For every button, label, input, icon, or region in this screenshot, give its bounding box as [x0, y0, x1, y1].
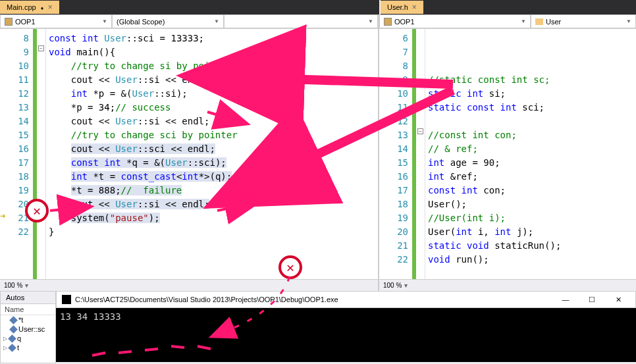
- tab-main-cpp[interactable]: Main.cpp ⬧ ×: [0, 1, 59, 14]
- right-editor-pane: OOP1 ▼ User ▼ 67891011121314151617181920…: [379, 14, 636, 291]
- chevron-down-icon: ▼: [214, 18, 219, 24]
- line-gutter: 678910111213141516171819202122: [379, 29, 412, 279]
- left-editor-pane: OOP1 ▼ (Global Scope) ▼ ▼ 89101112131415…: [0, 14, 379, 291]
- close-icon[interactable]: ×: [48, 3, 53, 12]
- zoom-arrows-icon[interactable]: ▾: [404, 282, 408, 289]
- scope-dropdown[interactable]: (Global Scope) ▼: [112, 14, 224, 28]
- project-icon: [5, 18, 13, 26]
- autos-row[interactable]: User::sc: [1, 325, 55, 334]
- tab-label: User.h: [387, 3, 408, 11]
- autos-header-name[interactable]: Name: [1, 304, 55, 315]
- tab-bar-right: User.h ×: [381, 0, 636, 14]
- code-text[interactable]: const int User::sci = 13333;void main(){…: [46, 29, 378, 279]
- console-icon: [62, 295, 71, 304]
- error-marker-icon: ✕: [25, 199, 49, 222]
- class-icon: [535, 18, 543, 25]
- member-dropdown[interactable]: ▼: [224, 14, 378, 28]
- zoom-row: 100 % ▾: [0, 279, 378, 291]
- console-title-text: C:\Users\ACT25\Documents\Visual Studio 2…: [75, 296, 338, 303]
- maximize-button[interactable]: ☐: [580, 294, 604, 305]
- project-icon: [384, 18, 392, 26]
- collapse-bar[interactable]: −: [416, 29, 425, 279]
- error-marker-icon: ✕: [278, 255, 302, 279]
- chevron-down-icon: ▼: [521, 18, 526, 24]
- console-panel: C:\Users\ACT25\Documents\Visual Studio 2…: [56, 291, 636, 363]
- class-dropdown[interactable]: User ▼: [531, 14, 636, 28]
- code-area-left[interactable]: 8910111213141516171819202122 − const int…: [0, 29, 378, 279]
- code-text[interactable]: //static const int sc;static int si;stat…: [425, 29, 636, 279]
- collapse-bar[interactable]: −: [37, 29, 46, 279]
- chevron-down-icon: ▼: [102, 18, 107, 24]
- minimize-button[interactable]: —: [554, 294, 577, 305]
- tab-bar-left: Main.cpp ⬧ ×: [0, 0, 379, 14]
- tab-label: Main.cpp: [7, 3, 36, 11]
- editor-area: OOP1 ▼ (Global Scope) ▼ ▼ 89101112131415…: [0, 14, 636, 291]
- bottom-panels: Autos Name *tUser::sc▷q▷t C:\Users\ACT25…: [0, 291, 636, 363]
- project-dropdown[interactable]: OOP1 ▼: [0, 14, 112, 28]
- dropdown-row: OOP1 ▼ (Global Scope) ▼ ▼: [0, 14, 378, 29]
- zoom-arrows-icon[interactable]: ▾: [25, 282, 28, 289]
- code-area-right[interactable]: 678910111213141516171819202122 − //stati…: [379, 29, 636, 279]
- chevron-down-icon: ▼: [626, 18, 631, 24]
- project-dropdown[interactable]: OOP1 ▼: [379, 14, 531, 28]
- console-titlebar: C:\Users\ACT25\Documents\Visual Studio 2…: [56, 291, 636, 308]
- zoom-row: 100 % ▾: [379, 279, 636, 291]
- autos-row[interactable]: *t: [1, 315, 55, 325]
- current-line-icon: ➜: [0, 211, 5, 221]
- autos-panel: Autos Name *tUser::sc▷q▷t: [0, 291, 56, 363]
- tab-user-h[interactable]: User.h ×: [381, 1, 423, 14]
- autos-row[interactable]: ▷q: [1, 334, 55, 343]
- close-button[interactable]: ✕: [606, 294, 630, 305]
- zoom-level[interactable]: 100 %: [4, 282, 22, 289]
- autos-title: Autos: [1, 292, 55, 304]
- pin-icon[interactable]: ⬧: [40, 4, 44, 11]
- console-output: 13 34 13333: [56, 308, 636, 362]
- dropdown-row: OOP1 ▼ User ▼: [379, 14, 636, 29]
- zoom-level[interactable]: 100 %: [383, 282, 402, 289]
- line-gutter: 8910111213141516171819202122: [0, 29, 33, 279]
- chevron-down-icon: ▼: [368, 18, 373, 24]
- close-icon[interactable]: ×: [412, 3, 417, 12]
- autos-row[interactable]: ▷t: [1, 343, 55, 352]
